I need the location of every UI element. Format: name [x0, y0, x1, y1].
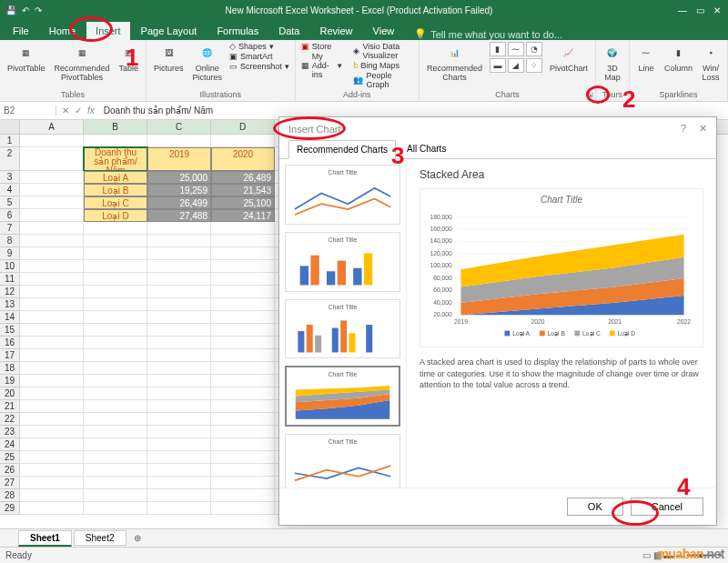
- cell[interactable]: [211, 324, 275, 337]
- tab-data[interactable]: Data: [269, 22, 308, 40]
- cell[interactable]: Loại A: [84, 171, 147, 184]
- cell[interactable]: [84, 451, 147, 464]
- cell[interactable]: [211, 311, 275, 324]
- minimize-icon[interactable]: —: [678, 5, 687, 15]
- thumb-bar2[interactable]: Chart Title: [285, 299, 400, 359]
- hbar-chart-icon[interactable]: ▬: [490, 58, 506, 73]
- row-header[interactable]: 2: [0, 147, 20, 171]
- recommended-charts-button[interactable]: 📊Recommended Charts: [425, 42, 484, 84]
- row-header[interactable]: 6: [0, 209, 20, 222]
- cell[interactable]: [84, 311, 147, 324]
- cell[interactable]: [20, 375, 84, 387]
- cell[interactable]: [147, 387, 211, 400]
- sheet-tab-2[interactable]: Sheet2: [74, 530, 126, 546]
- cell[interactable]: [147, 337, 211, 349]
- cell[interactable]: [211, 464, 275, 477]
- row-header[interactable]: 16: [0, 337, 20, 349]
- col-C[interactable]: C: [147, 120, 211, 134]
- row-header[interactable]: 28: [0, 489, 20, 502]
- cell[interactable]: [211, 438, 275, 451]
- cell[interactable]: 25,100: [211, 196, 275, 209]
- select-all-corner[interactable]: [0, 120, 20, 134]
- cell[interactable]: [84, 502, 147, 515]
- cell[interactable]: [84, 349, 147, 362]
- cell[interactable]: [147, 247, 211, 260]
- tell-me[interactable]: 💡 Tell me what you want to do...: [414, 28, 562, 40]
- cell[interactable]: Loại B: [84, 184, 147, 196]
- myaddins-button[interactable]: ▦My Add-ins ▾: [301, 52, 343, 79]
- row-header[interactable]: 1: [0, 135, 20, 147]
- cell[interactable]: [147, 135, 211, 147]
- cell[interactable]: [211, 286, 275, 298]
- accept-fx-icon[interactable]: ✓: [75, 106, 82, 116]
- row-header[interactable]: 20: [0, 387, 20, 400]
- cell[interactable]: [20, 196, 84, 209]
- cell[interactable]: [211, 362, 275, 375]
- cell[interactable]: [147, 235, 211, 247]
- sheet-tab-1[interactable]: Sheet1: [18, 530, 72, 547]
- scatter-chart-icon[interactable]: ⁘: [526, 58, 542, 73]
- tab-all-charts[interactable]: All Charts: [399, 140, 453, 158]
- row-header[interactable]: 27: [0, 477, 20, 489]
- row-header[interactable]: 29: [0, 502, 20, 515]
- cell[interactable]: [147, 298, 211, 311]
- cell[interactable]: [147, 438, 211, 451]
- cell[interactable]: [20, 387, 84, 400]
- tab-file[interactable]: File: [4, 22, 38, 40]
- cancel-button[interactable]: Cancel: [631, 498, 703, 516]
- thumb-line2[interactable]: Chart Title: [285, 434, 400, 488]
- cell[interactable]: [20, 489, 84, 502]
- bing-button[interactable]: bBing Maps: [353, 61, 412, 70]
- sparkline-column-button[interactable]: ▮Column: [662, 42, 694, 75]
- thumb-stacked-area[interactable]: Chart Title: [285, 366, 400, 427]
- tab-formulas[interactable]: Formulas: [207, 22, 268, 40]
- row-header[interactable]: 25: [0, 451, 20, 464]
- cell[interactable]: [20, 324, 84, 337]
- cell[interactable]: [84, 375, 147, 387]
- cell[interactable]: 26,489: [211, 171, 275, 184]
- col-D[interactable]: D: [211, 120, 275, 134]
- line-chart-icon[interactable]: ⁓: [508, 42, 524, 56]
- cell[interactable]: [211, 235, 275, 247]
- row-header[interactable]: 13: [0, 298, 20, 311]
- cell[interactable]: [147, 311, 211, 324]
- cell[interactable]: [84, 135, 147, 147]
- store-button[interactable]: ▣Store: [301, 42, 343, 51]
- bar-chart-icon[interactable]: ▮: [490, 42, 506, 56]
- cell[interactable]: [20, 209, 84, 222]
- dialog-help-icon[interactable]: ?: [681, 123, 686, 134]
- cell[interactable]: [20, 413, 84, 426]
- row-header[interactable]: 23: [0, 426, 20, 438]
- cell[interactable]: [84, 247, 147, 260]
- cell[interactable]: [20, 464, 84, 477]
- cancel-fx-icon[interactable]: ✕: [62, 106, 69, 116]
- pivottable-button[interactable]: ▦PivotTable: [5, 42, 47, 75]
- redo-icon[interactable]: ↷: [35, 5, 42, 15]
- maximize-icon[interactable]: ▭: [696, 5, 704, 15]
- row-header[interactable]: 10: [0, 260, 20, 273]
- cell[interactable]: [84, 273, 147, 286]
- table-button[interactable]: ▥Table: [117, 42, 141, 75]
- cell[interactable]: [147, 260, 211, 273]
- 3dmap-button[interactable]: 🌍3D Map: [602, 42, 623, 84]
- cell[interactable]: [147, 489, 211, 502]
- cell[interactable]: [211, 247, 275, 260]
- shapes-button[interactable]: ◇Shapes ▾: [229, 42, 289, 51]
- cell[interactable]: [211, 502, 275, 515]
- pivotchart-button[interactable]: 📈PivotChart: [548, 42, 590, 75]
- cell[interactable]: [84, 413, 147, 426]
- sparkline-winloss-button[interactable]: ▪Win/ Loss: [700, 42, 722, 84]
- row-header[interactable]: 3: [0, 171, 20, 184]
- cell[interactable]: [147, 477, 211, 489]
- cell[interactable]: [147, 502, 211, 515]
- area-chart-icon[interactable]: ◢: [508, 58, 524, 73]
- cell[interactable]: Loại C: [84, 196, 147, 209]
- row-header[interactable]: 14: [0, 311, 20, 324]
- cell[interactable]: [211, 337, 275, 349]
- cell[interactable]: [84, 298, 147, 311]
- cell[interactable]: [147, 426, 211, 438]
- cell[interactable]: [20, 298, 84, 311]
- col-A[interactable]: A: [20, 120, 84, 134]
- tab-view[interactable]: View: [364, 22, 404, 40]
- cell[interactable]: 25,000: [147, 171, 211, 184]
